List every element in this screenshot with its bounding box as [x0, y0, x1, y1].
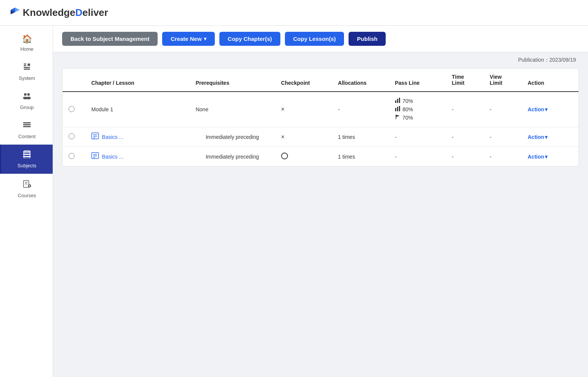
sidebar-item-courses[interactable]: Courses [0, 174, 53, 204]
chapter-lesson-table: Chapter / Lesson Prerequisites Checkpoin… [63, 69, 579, 166]
copy-chapters-button[interactable]: Copy Chapter(s) [219, 32, 280, 46]
row-passline-basics2: - [389, 147, 446, 167]
row-checkbox-basics2[interactable] [63, 147, 85, 167]
row-checkbox-module1[interactable] [63, 92, 85, 127]
chevron-down-icon: ▾ [545, 134, 547, 140]
svg-rect-17 [23, 151, 31, 153]
row-action-basics2[interactable]: Action ▾ [522, 147, 579, 167]
svg-rect-14 [23, 122, 31, 123]
svg-rect-25 [395, 100, 396, 103]
col-header-time-limit: Time Limit [446, 69, 483, 92]
svg-rect-4 [24, 65, 26, 66]
row-alloc-basics1: 1 times [332, 127, 389, 147]
svg-point-11 [26, 97, 31, 100]
svg-rect-26 [397, 99, 398, 103]
svg-rect-6 [24, 69, 30, 70]
row-alloc-basics2: 1 times [332, 147, 389, 167]
row-chapter-basics2: Basics ... [85, 147, 189, 167]
content-area: Back to Subject Management Create New Co… [53, 26, 588, 377]
radio-basics1[interactable] [69, 133, 75, 139]
svg-marker-2 [15, 8, 20, 12]
action-dropdown-basics2[interactable]: Action ▾ [528, 154, 572, 160]
col-header-checkbox [63, 69, 85, 92]
chart-bar-icon-2 [395, 106, 401, 113]
table-row: Basics ... Immediately preceding 1 times [63, 147, 579, 167]
system-icon [23, 62, 31, 73]
sidebar-label-system: System [19, 75, 35, 81]
svg-rect-5 [24, 67, 30, 68]
svg-rect-3 [24, 64, 26, 65]
sidebar-label-subjects: Subjects [17, 163, 36, 168]
publication-info: Publication：2023/09/19 [53, 52, 588, 65]
svg-rect-30 [399, 106, 400, 111]
table-row: Basics ... Immediately preceding × 1 tim… [63, 127, 579, 147]
action-dropdown-basics1[interactable]: Action ▾ [528, 134, 572, 140]
col-header-chapter-lesson: Chapter / Lesson [85, 69, 189, 92]
svg-point-9 [27, 93, 30, 96]
row-timelimit-basics1: - [446, 127, 483, 147]
sidebar-label-group: Group [20, 104, 34, 110]
svg-rect-13 [23, 124, 31, 125]
row-alloc-module1: - [332, 92, 389, 127]
svg-rect-15 [23, 156, 31, 157]
col-header-checkpoint: Checkpoint [275, 69, 332, 92]
svg-rect-27 [399, 98, 400, 103]
row-viewlimit-module1: - [484, 92, 522, 127]
lesson-book-icon-1 [91, 132, 99, 141]
sidebar-item-group[interactable]: Group [0, 86, 53, 115]
table-container: Chapter / Lesson Prerequisites Checkpoin… [62, 68, 579, 167]
copy-lessons-button[interactable]: Copy Lesson(s) [285, 32, 344, 46]
sidebar-item-home[interactable]: 🏠 Home [0, 29, 53, 57]
publish-button[interactable]: Publish [349, 32, 386, 46]
lesson-link-basics1[interactable]: Basics ... [102, 134, 124, 140]
row-checkbox-basics1[interactable] [63, 127, 85, 147]
col-header-view-limit: View Limit [484, 69, 522, 92]
row-chapter-basics1: Basics ... [85, 127, 189, 147]
radio-basics2[interactable] [69, 153, 75, 159]
row-viewlimit-basics1: - [484, 127, 522, 147]
row-prereq-basics2: Immediately preceding [189, 147, 275, 167]
svg-marker-32 [396, 115, 400, 117]
chevron-down-icon: ▾ [545, 154, 547, 160]
row-action-basics1[interactable]: Action ▾ [522, 127, 579, 147]
sidebar-label-home: Home [20, 46, 34, 52]
radio-module1[interactable] [69, 106, 75, 112]
home-icon: 🏠 [22, 34, 32, 44]
toolbar: Back to Subject Management Create New Co… [53, 26, 588, 52]
checkpoint-circle-basics2 [281, 153, 288, 159]
row-prereq-basics1: Immediately preceding [189, 127, 275, 147]
sidebar-label-content: Content [18, 134, 36, 139]
sidebar-item-content[interactable]: Content [0, 115, 53, 145]
svg-rect-16 [23, 154, 31, 155]
row-timelimit-basics2: - [446, 147, 483, 167]
svg-rect-29 [397, 107, 398, 111]
col-header-prerequisites: Prerequisites [189, 69, 275, 92]
back-to-subject-button[interactable]: Back to Subject Management [62, 32, 158, 46]
create-new-button[interactable]: Create New [162, 32, 215, 46]
top-header: KnowledgeDeliver [0, 0, 588, 26]
col-header-action: Action [522, 69, 579, 92]
row-action-module1[interactable]: Action ▾ [522, 92, 579, 127]
svg-point-8 [24, 93, 27, 96]
row-prereq-module1: None [189, 92, 275, 127]
lesson-book-icon-2 [91, 152, 99, 161]
svg-rect-28 [395, 108, 396, 111]
sidebar-item-subjects[interactable]: Subjects [0, 145, 53, 174]
sidebar-label-courses: Courses [18, 193, 36, 198]
sidebar-item-system[interactable]: System [0, 57, 53, 86]
chevron-down-icon: ▾ [545, 106, 547, 112]
logo: KnowledgeDeliver [9, 7, 108, 19]
chart-bar-icon-1 [395, 97, 401, 105]
lesson-link-basics2[interactable]: Basics ... [102, 154, 124, 160]
action-dropdown-module1[interactable]: Action ▾ [528, 106, 572, 112]
row-checkpoint-basics2 [275, 147, 332, 167]
table-row: Module 1 None × - [63, 92, 579, 127]
sidebar: 🏠 Home System Group [0, 26, 53, 377]
module-name-module1: Module 1 [91, 106, 113, 112]
row-timelimit-module1: - [446, 92, 483, 127]
row-passline-module1: 70% [389, 92, 446, 127]
row-chapter-module1: Module 1 [85, 92, 189, 127]
row-viewlimit-basics2: - [484, 147, 522, 167]
svg-rect-7 [28, 64, 30, 66]
subjects-icon [22, 150, 31, 160]
